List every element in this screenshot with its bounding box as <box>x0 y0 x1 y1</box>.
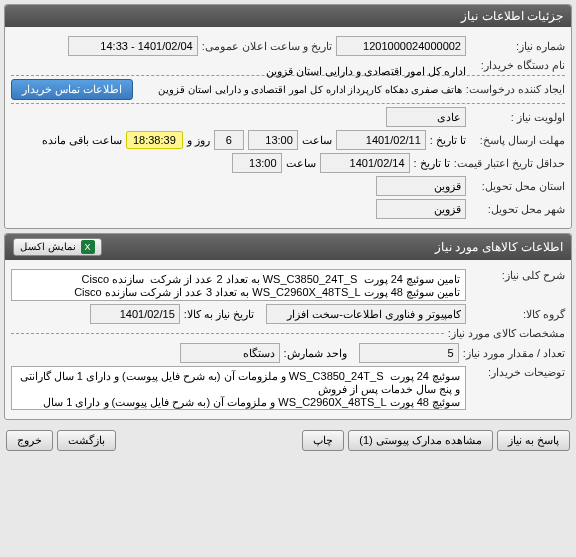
deadline-label: مهلت ارسال پاسخ: <box>470 134 565 147</box>
need-details-panel: جزئیات اطلاعات نیاز شماره نیاز: تاریخ و … <box>4 4 572 229</box>
print-button[interactable]: چاپ <box>302 430 344 451</box>
announce-label: تاریخ و ساعت اعلان عمومی: <box>202 40 332 53</box>
qty-field <box>359 343 459 363</box>
needdate-field <box>90 304 180 324</box>
excel-icon: X <box>81 240 95 254</box>
export-excel-button[interactable]: X نمایش اکسل <box>13 238 102 256</box>
org-label: نام دستگاه خریدار: <box>470 59 565 72</box>
creator-label: ایجاد کننده درخواست: <box>466 83 565 96</box>
desc-textarea <box>11 269 466 301</box>
priority-field <box>386 107 466 127</box>
need-number-label: شماره نیاز: <box>470 40 565 53</box>
panel1-title: جزئیات اطلاعات نیاز <box>5 5 571 27</box>
footer-toolbar: پاسخ به نیاز مشاهده مدارک پیوستی (1) چاپ… <box>0 424 576 457</box>
validity-until: تا تاریخ : <box>414 157 450 170</box>
priority-label: اولویت نیاز : <box>470 111 565 124</box>
attachments-button[interactable]: مشاهده مدارک پیوستی (1) <box>348 430 493 451</box>
time-label-2: ساعت <box>286 157 316 170</box>
panel2-title: اطلاعات کالاهای مورد نیاز <box>435 240 563 254</box>
panel2-body: شرح کلی نیاز: گروه کالا: تاریخ نیاز به ک… <box>5 260 571 419</box>
qty-label: تعداد / مقدار مورد نیاز: <box>463 347 565 360</box>
spec-label: مشخصات کالای مورد نیاز: <box>448 327 565 340</box>
announce-field <box>68 36 198 56</box>
time-label-1: ساعت <box>302 134 332 147</box>
need-number-field <box>336 36 466 56</box>
province-field <box>376 176 466 196</box>
org-value: اداره کل امور اقتصادی و دارایی استان قزو… <box>11 65 466 66</box>
unit-field <box>180 343 280 363</box>
validity-date-field <box>320 153 410 173</box>
city-label: شهر محل تحویل: <box>470 203 565 216</box>
validity-time-field <box>232 153 282 173</box>
unit-label: واحد شمارش: <box>284 347 347 360</box>
group-field <box>266 304 466 324</box>
deadline-time-field <box>248 130 298 150</box>
province-label: استان محل تحویل: <box>470 180 565 193</box>
creator-value: هاتف صفری دهکاه کارپرداز اداره کل امور ا… <box>137 84 462 95</box>
exit-button[interactable]: خروج <box>6 430 53 451</box>
desc-label: شرح کلی نیاز: <box>470 269 565 282</box>
panel2-header: اطلاعات کالاهای مورد نیاز X نمایش اکسل <box>5 234 571 260</box>
remaining-label: ساعت باقی مانده <box>42 134 122 147</box>
buyer-textarea <box>11 366 466 410</box>
validity-label: حداقل تاریخ اعتبار قیمت: <box>454 157 565 170</box>
spec-line <box>11 333 444 334</box>
contact-buyer-button[interactable]: اطلاعات تماس خریدار <box>11 79 133 100</box>
days-field <box>214 130 244 150</box>
days-label: روز و <box>187 134 210 147</box>
needdate-label: تاریخ نیاز به کالا: <box>184 308 254 321</box>
deadline-date-field <box>336 130 426 150</box>
city-field <box>376 199 466 219</box>
group-label: گروه کالا: <box>470 308 565 321</box>
until-label: تا تاریخ : <box>430 134 466 147</box>
back-button[interactable]: بازگشت <box>57 430 116 451</box>
panel1-body: شماره نیاز: تاریخ و ساعت اعلان عمومی: نا… <box>5 27 571 228</box>
countdown-badge: 18:38:39 <box>126 131 183 149</box>
buyer-label: توضیحات خریدار: <box>470 366 565 379</box>
goods-info-panel: اطلاعات کالاهای مورد نیاز X نمایش اکسل ش… <box>4 233 572 420</box>
reply-button[interactable]: پاسخ به نیاز <box>497 430 570 451</box>
